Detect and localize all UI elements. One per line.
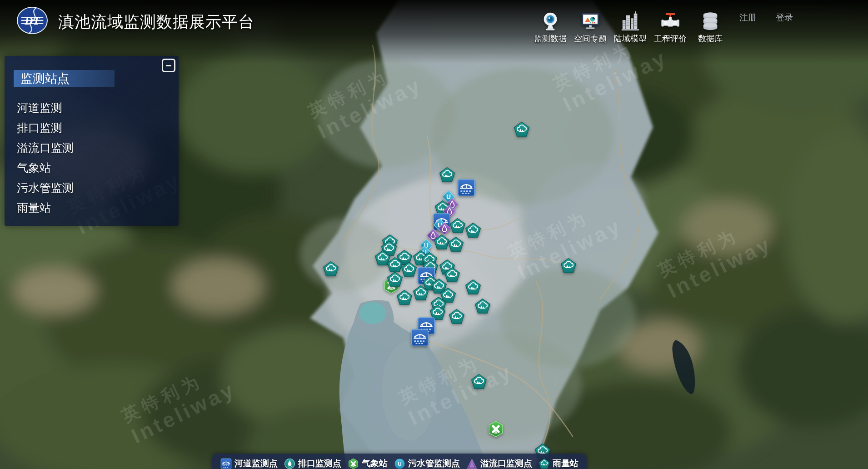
legend-label: 河道监测点 — [234, 458, 278, 469]
auth-links: 注册 登录 — [739, 12, 793, 24]
nav-item-project-evaluation[interactable]: 工程评价 — [652, 11, 688, 44]
legend-label: 气象站 — [362, 458, 388, 469]
map-marker-rain[interactable] — [387, 271, 403, 288]
map-marker-rain[interactable] — [449, 309, 465, 325]
panel-item-overflow-monitoring[interactable]: 溢流口监测 — [17, 138, 179, 158]
nav-item-land-model[interactable]: 陆域模型 — [612, 11, 649, 44]
database-icon — [699, 11, 721, 32]
legend-item-outlet: 排口监测点 — [284, 458, 341, 469]
outlet-station-icon — [284, 458, 295, 469]
legend-item-river: 河道监测点 — [220, 458, 278, 469]
weather-station-icon — [348, 458, 359, 469]
pipe-valve-icon — [659, 11, 681, 32]
panel-title: 监测站点 — [14, 70, 115, 87]
brand: DT 滇池流域监测数据展示平台 — [15, 5, 254, 35]
map-marker-river[interactable] — [411, 329, 429, 347]
map-marker-rain[interactable] — [323, 261, 339, 277]
legend-item-weather: 气象站 — [348, 458, 388, 469]
city-buildings-icon — [619, 11, 641, 32]
map-stage: U U — [0, 0, 868, 469]
main-nav: 监测数据 空间专题 — [532, 11, 728, 44]
legend-item-overflow: 溢流口监测点 — [466, 458, 532, 469]
legend-label: 溢流口监测点 — [480, 458, 532, 469]
nav-item-monitoring-data[interactable]: 监测数据 — [532, 11, 569, 44]
panel-item-river-monitoring[interactable]: 河道监测 — [17, 98, 179, 118]
nav-label: 数据库 — [698, 33, 723, 44]
overflow-station-icon — [466, 458, 478, 469]
svg-text:DT: DT — [24, 15, 40, 27]
login-link[interactable]: 登录 — [776, 12, 793, 24]
map-marker-rain[interactable] — [465, 222, 481, 239]
nav-item-spatial-topics[interactable]: 空间专题 — [572, 11, 609, 44]
nav-item-database[interactable]: 数据库 — [692, 11, 728, 44]
panel-menu: 河道监测 排口监测 溢流口监测 气象站 污水管监测 雨量站 — [5, 98, 179, 218]
map-marker-rain[interactable] — [471, 374, 487, 390]
nav-label: 陆域模型 — [614, 33, 647, 44]
panel-item-outlet-monitoring[interactable]: 排口监测 — [17, 118, 179, 138]
webcam-icon — [539, 11, 561, 32]
legend-label: 雨量站 — [553, 458, 579, 469]
panel-item-sewage-monitoring[interactable]: 污水管监测 — [17, 178, 179, 198]
map-marker-rain[interactable] — [448, 236, 464, 253]
rain-gauge-icon — [539, 458, 550, 469]
map-marker-rain[interactable] — [514, 121, 530, 138]
map-marker-weather[interactable] — [487, 420, 504, 438]
legend-label: 排口监测点 — [298, 458, 341, 469]
dt-globe-logo-icon: DT — [15, 5, 49, 35]
panel-item-weather-station[interactable]: 气象站 — [17, 158, 179, 178]
nav-label: 工程评价 — [654, 33, 687, 44]
map-marker-rain[interactable] — [474, 298, 491, 314]
map-marker-rain[interactable] — [449, 218, 466, 234]
legend-item-rain: 雨量站 — [539, 458, 579, 469]
map-marker-rain[interactable] — [396, 289, 413, 306]
map-legend: 河道监测点 排口监测点 气象站 污水管监测点 溢流口监测点 雨量站 — [212, 454, 587, 469]
map-marker-rain[interactable] — [413, 285, 429, 301]
nav-label: 监测数据 — [534, 33, 567, 44]
panel-item-rain-gauge[interactable]: 雨量站 — [17, 198, 179, 218]
top-bar: DT 滇池流域监测数据展示平台 监测数据 — [0, 0, 868, 51]
sewage-station-icon — [394, 458, 405, 469]
monitoring-stations-panel: 监测站点 河道监测 排口监测 溢流口监测 气象站 污水管监测 雨量站 — [5, 56, 179, 226]
map-marker-rain[interactable] — [439, 167, 455, 183]
register-link[interactable]: 注册 — [739, 12, 757, 24]
page-title: 滇池流域监测数据展示平台 — [58, 11, 254, 33]
legend-label: 污水管监测点 — [408, 458, 460, 469]
river-station-icon — [220, 458, 232, 469]
monitor-chart-icon — [579, 11, 601, 32]
map-marker-rain[interactable] — [465, 279, 481, 295]
nav-label: 空间专题 — [574, 33, 607, 44]
legend-item-sewage: 污水管监测点 — [394, 458, 460, 469]
minimize-icon[interactable] — [162, 59, 175, 72]
map-marker-rain[interactable] — [560, 258, 577, 274]
map-marker-river[interactable] — [457, 179, 475, 197]
